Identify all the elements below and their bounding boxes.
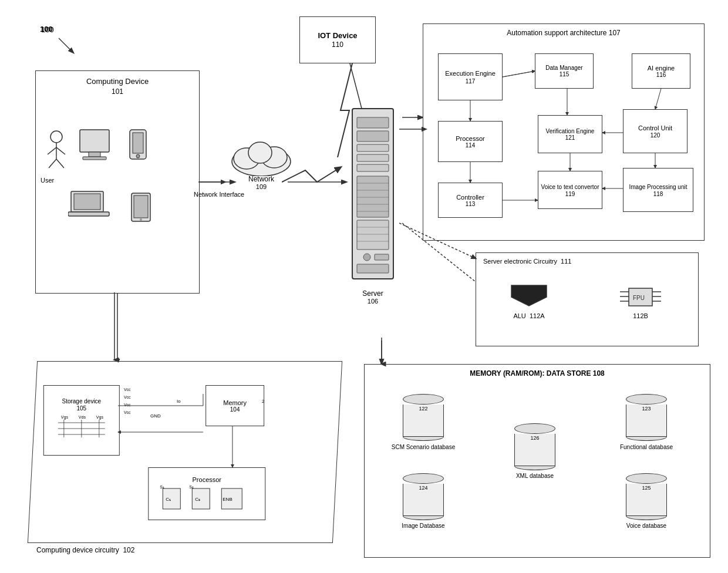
svg-text:Vcc: Vcc — [124, 403, 131, 407]
svg-point-43 — [248, 142, 272, 163]
svg-rect-62 — [375, 254, 389, 260]
svg-rect-51 — [357, 176, 389, 217]
image-processing-label: Image Processing unit — [629, 183, 687, 191]
voice-to-text-label: Voice to text convertor — [541, 183, 599, 191]
processor-auto-box: Processor 114 — [438, 121, 503, 162]
svg-rect-38 — [134, 196, 148, 218]
svg-point-61 — [363, 254, 370, 261]
svg-rect-28 — [80, 130, 109, 152]
image-ref: 124 — [405, 485, 442, 491]
voice-db-container: 125 Voice database — [611, 473, 682, 529]
svg-rect-63 — [357, 264, 389, 273]
svg-text:C₂: C₂ — [195, 497, 200, 502]
arrow-comp-circuitry — [109, 292, 126, 363]
tablet-icon — [130, 191, 153, 224]
iot-device-ref: 110 — [332, 41, 343, 49]
xml-db-container: 126 XML database — [500, 423, 570, 479]
memory-box: MEMORY (RAM/ROM): DATA STORE 108 122 SCM… — [364, 364, 710, 558]
svg-text:ENB: ENB — [223, 497, 232, 502]
controller-label: Controller — [456, 194, 484, 201]
image-db-container: 124 Image Database — [388, 473, 459, 529]
execution-engine-box: Execution Engine 117 — [438, 53, 503, 100]
server-circuitry-title: Server electronic Circuitry 111 — [483, 258, 571, 265]
server-circuitry-box: Server electronic Circuitry 111 ALU 112A — [476, 252, 699, 346]
svg-line-26 — [49, 159, 56, 168]
svg-text:Vcc: Vcc — [124, 387, 131, 392]
scm-db-container: 122 SCM Scenario database — [388, 394, 459, 451]
svg-line-24 — [48, 147, 56, 154]
diagram-container: 100 — [0, 0, 728, 573]
image-db-label: Image Database — [388, 523, 459, 529]
ai-engine-label: AI engine — [648, 65, 675, 72]
svg-rect-57 — [357, 220, 389, 250]
memory-circuit-box: Memory 104 — [205, 385, 264, 426]
fpu-ref: 112B — [633, 312, 648, 319]
computing-circuitry-label: Computing device circuitry 102 — [36, 546, 134, 554]
scm-ref: 122 — [405, 406, 442, 412]
execution-engine-ref: 117 — [466, 78, 476, 85]
automation-box: Automation support architecture 107 Exec… — [423, 23, 705, 241]
server-ref: 106 — [341, 298, 405, 305]
scm-label: SCM Scenario database — [388, 443, 459, 451]
svg-text:S₁: S₁ — [160, 486, 164, 489]
svg-text:Vcc: Vcc — [124, 395, 131, 399]
svg-point-39 — [140, 218, 142, 221]
scm-db-icon: 122 — [403, 394, 444, 441]
svg-rect-36 — [68, 212, 109, 216]
svg-point-33 — [136, 154, 140, 158]
functional-ref: 123 — [628, 406, 665, 412]
controller-box: Controller 113 — [438, 183, 503, 218]
automation-label: Automation support architecture 107 — [507, 29, 620, 37]
xml-label: XML database — [500, 473, 570, 479]
svg-line-27 — [56, 159, 64, 168]
image-db-icon: 124 — [403, 473, 444, 520]
desktop-icon — [77, 127, 115, 165]
control-unit-box: Control Unit 120 — [623, 109, 687, 153]
svg-text:Vds: Vds — [79, 415, 86, 419]
server-container: Server 106 — [341, 103, 405, 338]
svg-rect-32 — [133, 133, 143, 153]
arrow-comp-net — [198, 176, 228, 188]
functional-db-container: 123 Functional database — [611, 394, 682, 451]
ai-engine-box: AI engine 116 — [632, 53, 690, 89]
svg-rect-48 — [357, 144, 389, 151]
verification-engine-box: Verification Engine 121 — [538, 115, 602, 153]
alu-label: ALU — [513, 312, 525, 319]
iot-device-box: IOT Device 110 — [299, 16, 376, 63]
verification-engine-ref: 121 — [565, 134, 575, 141]
svg-text:Vgs: Vgs — [61, 415, 69, 420]
svg-text:S₂: S₂ — [189, 486, 194, 489]
alu-ref: 112A — [530, 312, 545, 319]
verification-engine-label: Verification Engine — [546, 128, 595, 134]
ref-100: 100 — [40, 25, 53, 33]
fpu-container: FPU 112B — [611, 282, 670, 319]
svg-rect-35 — [74, 194, 100, 210]
execution-engine-label: Execution Engine — [445, 69, 496, 77]
svg-rect-49 — [357, 154, 389, 161]
processor-auto-ref: 114 — [466, 142, 476, 149]
voice-db-label: Voice database — [611, 523, 682, 529]
storage-device-label: Storage device — [62, 397, 101, 405]
phone-icon — [127, 127, 150, 165]
control-unit-label: Control Unit — [638, 124, 672, 132]
svg-line-1 — [59, 38, 73, 53]
iot-device-label: IOT Device — [318, 31, 357, 41]
user-icon — [42, 130, 71, 171]
processor-circuit-box: Processor C₁ C₂ ENB S₁ S₂ D — [148, 467, 265, 520]
processor-circuit-label: Processor — [193, 476, 222, 483]
xml-db-icon: 126 — [514, 423, 555, 470]
svg-rect-29 — [89, 152, 100, 157]
svg-line-64 — [503, 71, 535, 77]
svg-text:Vgs: Vgs — [96, 415, 104, 420]
memory-box-title: MEMORY (RAM/ROM): DATA STORE 108 — [470, 369, 605, 377]
controller-ref: 113 — [466, 201, 476, 207]
svg-rect-46 — [357, 117, 389, 128]
svg-marker-75 — [511, 285, 547, 306]
voice-db-icon: 125 — [626, 473, 667, 520]
data-manager-ref: 115 — [560, 71, 569, 77]
alu-container: ALU 112A — [494, 282, 564, 319]
svg-rect-47 — [357, 131, 389, 141]
image-processing-ref: 118 — [653, 191, 663, 197]
svg-text:FPU: FPU — [633, 295, 645, 301]
functional-label: Functional database — [611, 443, 682, 451]
